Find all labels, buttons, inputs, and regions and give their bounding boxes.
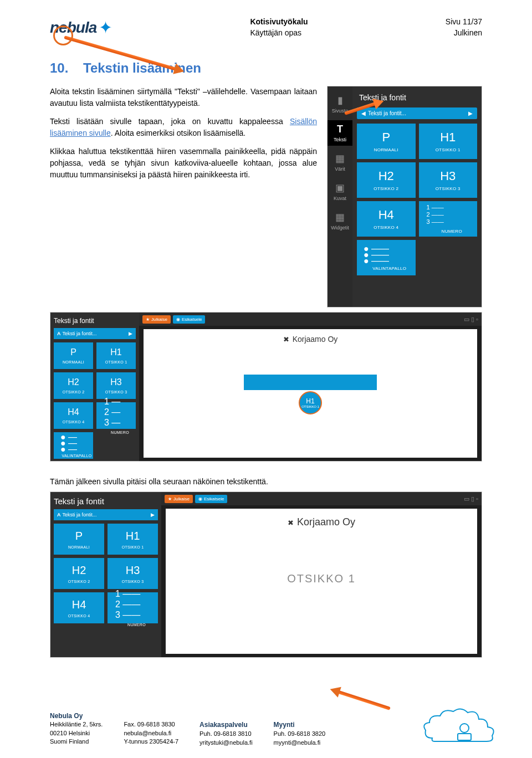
tile-h3[interactable]: H3OTSIKKO 3 [96, 372, 136, 399]
doc-title-block: Kotisivutyökalu Käyttäjän opas [250, 17, 308, 38]
tile-h3[interactable]: H3OTSIKKO 3 [108, 558, 158, 589]
palette-icon: ▦ [328, 152, 352, 165]
left-panel: Teksti ja fontit A Teksti ja fontit...▶ … [50, 492, 161, 657]
tile-p[interactable]: PNORMAALI [54, 342, 93, 369]
paragraph-2: Teksti lisätään sivulle tapaan, joka on … [50, 116, 317, 139]
left-panel: Teksti ja fontit A Teksti ja fontit...▶ … [50, 313, 139, 461]
tile-h3[interactable]: H3OTSIKKO 3 [419, 162, 478, 198]
tile-numero[interactable]: 1 ——2 ——3 ——NUMERO [419, 201, 478, 237]
canvas-topbar: ★Julkaise ◉Esikatsele ▭ ▯ ▫ [161, 492, 482, 505]
star-icon: ✦ [99, 18, 112, 37]
tile-h4[interactable]: H4OTSIKKO 4 [54, 402, 93, 429]
tile-h4[interactable]: H4OTSIKKO 4 [357, 201, 416, 237]
footer-col-support: Asiakaspalvelu Puh. 09-6818 3810 yrityst… [200, 720, 253, 747]
tile-h2[interactable]: H2OTSIKKO 2 [357, 162, 416, 198]
canvas: ★Julkaise ◉Esikatsele ▭ ▯ ▫ Korjaamo Oy … [139, 313, 482, 461]
grid-icon: ▦ [328, 211, 352, 223]
back-icon: ◀ [361, 110, 366, 116]
panel-breadcrumb[interactable]: A Teksti ja fontit...▶ [54, 509, 158, 520]
tile-p[interactable]: PNORMAALI [54, 524, 104, 555]
page-icon: ▮ [328, 94, 352, 106]
rail-widgetit[interactable]: ▦ Widgetit [328, 208, 352, 234]
panel-breadcrumb[interactable]: A Teksti ja fontit...▶ [54, 328, 136, 339]
image-icon: ▣ [328, 182, 352, 194]
visibility: Julkinen [454, 28, 482, 37]
footer-company: Nebula Oy [50, 712, 83, 720]
tile-h2[interactable]: H2OTSIKKO 2 [54, 558, 104, 589]
icon-rail: ▮ Sivusto T Teksti ▦ Värit ▣ Kuvat ▦ W [328, 86, 352, 307]
tile-valinta[interactable]: ● ——● ——● ——VALINTAPALLO [357, 240, 416, 275]
publish-button[interactable]: ★Julkaise [165, 495, 193, 503]
text-icon: T [328, 124, 352, 135]
tile-h1[interactable]: H1OTSIKKO 1 [108, 524, 158, 555]
paragraph-3: Klikkaa haluttua tekstikenttää hiiren va… [50, 146, 317, 181]
publish-button[interactable]: ★Julkaise [142, 315, 171, 324]
after-paragraph: Tämän jälkeen sivulla pitäisi olla seura… [50, 477, 482, 486]
svg-point-0 [460, 724, 469, 733]
rail-kuvat[interactable]: ▣ Kuvat [328, 178, 352, 204]
screenshot-result: Teksti ja fontit A Teksti ja fontit...▶ … [50, 491, 482, 658]
screenshot-sidebar: ▮ Sivusto T Teksti ▦ Värit ▣ Kuvat ▦ W [327, 86, 482, 308]
rail-varit[interactable]: ▦ Värit [328, 149, 352, 175]
page-number: Sivu 11/37 [446, 17, 482, 26]
company-name: Korjaamo Oy [144, 329, 477, 344]
cloud-illustration-icon [421, 705, 499, 751]
svg-rect-1 [458, 734, 471, 740]
preview-button[interactable]: ◉Esikatsele [195, 495, 227, 503]
intro-text: Aloita tekstin lisääminen siirtymällä "T… [50, 86, 317, 187]
company-name: Korjaamo Oy [166, 509, 477, 528]
rail-teksti[interactable]: T Teksti [328, 120, 352, 146]
arrow-icon [337, 690, 391, 710]
panel-breadcrumb[interactable]: ◀ Teksti ja fontit... ▶ [357, 107, 477, 119]
tile-h1[interactable]: H1OTSIKKO 1 [419, 124, 478, 159]
dragged-h1-badge: H1OTSIKKO 1 [299, 391, 322, 414]
doc-title: Kotisivutyökalu [250, 17, 308, 26]
canvas-topbar: ★Julkaise ◉Esikatsele ▭ ▯ ▫ [139, 313, 482, 326]
tile-p[interactable]: PNORMAALI [357, 124, 416, 159]
drop-zone [244, 375, 377, 390]
doc-subtitle: Käyttäjän opas [250, 28, 301, 37]
tile-grid: PNORMAALI H1OTSIKKO 1 H2OTSIKKO 2 H3OTSI… [357, 124, 477, 275]
canvas: ★Julkaise ◉Esikatsele ▭ ▯ ▫ Korjaamo Oy … [161, 492, 482, 657]
footer-col-sales: Myynti Puh. 09-6818 3820 myynti@nebula.f… [274, 720, 326, 747]
page-meta: Sivu 11/37 Julkinen [446, 17, 482, 38]
document-header: nebula ✦ Kotisivutyökalu Käyttäjän opas … [50, 17, 482, 38]
font-panel: Teksti ja fontit ◀ Teksti ja fontit... ▶… [352, 86, 482, 307]
tile-numero[interactable]: 1 ——2 ——3 ——NUMERO [108, 592, 158, 623]
device-icons[interactable]: ▭ ▯ ▫ [464, 495, 478, 503]
tile-h2[interactable]: H2OTSIKKO 2 [54, 372, 93, 399]
preview-button[interactable]: ◉Esikatsele [173, 315, 205, 324]
tile-valinta[interactable]: ● —● —● —VALINTAPALLO [54, 432, 93, 459]
chevron-right-icon: ▶ [468, 110, 473, 116]
tile-h1[interactable]: H1OTSIKKO 1 [96, 342, 136, 369]
section-heading: 10. Tekstin lisääminen [50, 60, 482, 76]
screenshot-drag: Teksti ja fontit A Teksti ja fontit...▶ … [50, 312, 482, 462]
document-footer: Nebula Oy Heikkiläntie 2, 5krs. 00210 He… [50, 711, 482, 747]
footer-col-address: Heikkiläntie 2, 5krs. 00210 Helsinki Suo… [50, 720, 103, 747]
section-number: 10. [50, 60, 68, 75]
drag-origin-circle [53, 25, 73, 45]
tile-numero[interactable]: 1 —2 —3 —NUMERO [96, 402, 136, 429]
tile-h4[interactable]: H4OTSIKKO 4 [54, 592, 104, 623]
result-heading-text: OTSIKKO 1 [287, 572, 356, 585]
footer-col-contact: Fax. 09-6818 3830 nebula@nebula.fi Y-tun… [124, 720, 178, 747]
paragraph-1: Aloita tekstin lisääminen siirtymällä "T… [50, 86, 317, 109]
device-icons[interactable]: ▭ ▯ ▫ [464, 316, 478, 323]
